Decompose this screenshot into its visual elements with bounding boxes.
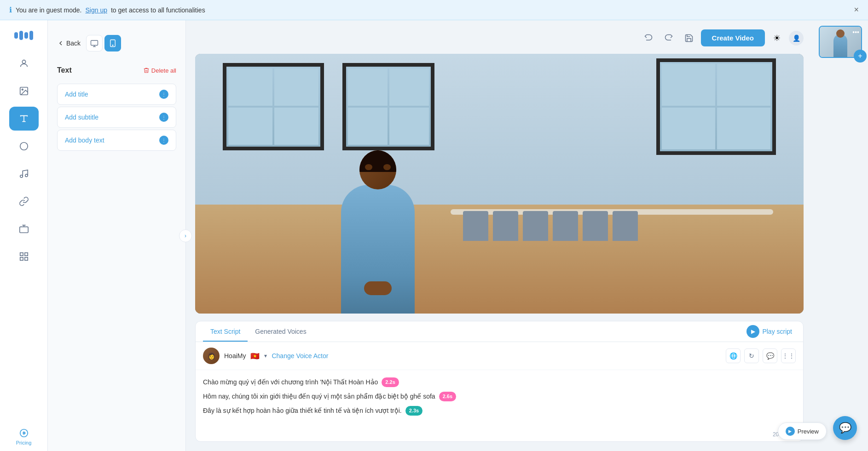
pricing-icon: [19, 428, 29, 438]
svg-point-7: [25, 174, 28, 177]
tab-generated-voices[interactable]: Generated Voices: [248, 322, 313, 342]
slides-panel: ••• +: [813, 20, 868, 451]
gallery-icon: [19, 224, 29, 234]
thumbnail-more-icon[interactable]: •••: [852, 29, 859, 36]
redo-button[interactable]: [660, 30, 677, 46]
view-toggle: [86, 35, 121, 51]
svg-rect-9: [20, 253, 23, 256]
script-line-1: Hôm nay, chúng tôi xin giới thiệu đến qu…: [203, 392, 796, 401]
slide-thumbnail-wrapper: ••• +: [819, 26, 862, 58]
window-area: [195, 54, 804, 210]
avatar-head: [359, 150, 396, 189]
character-count: 205/2000: [196, 428, 803, 441]
voice-dropdown-arrow[interactable]: ▾: [264, 353, 267, 359]
logo-dot-4: [29, 31, 33, 40]
svg-rect-12: [24, 257, 27, 260]
save-icon: [684, 34, 694, 43]
undo-button[interactable]: [640, 30, 657, 46]
svg-rect-10: [24, 253, 27, 256]
theme-toggle-button[interactable]: ☀: [769, 30, 785, 46]
globe-button[interactable]: 🌐: [726, 348, 741, 363]
sidebar-item-image[interactable]: [9, 79, 39, 103]
banner-signup-link[interactable]: Sign up: [85, 6, 107, 14]
thumbnail-avatar: [833, 34, 847, 57]
svg-rect-8: [19, 227, 28, 233]
add-subtitle-option[interactable]: Add subtitle ⋮: [57, 107, 176, 128]
music-icon: [19, 169, 29, 179]
play-script-button[interactable]: ▶ Play script: [743, 321, 796, 342]
circle-icon: [19, 141, 29, 151]
time-badge-0: 2.2s: [382, 377, 399, 387]
svg-rect-14: [91, 40, 98, 46]
sidebar-item-link[interactable]: [9, 189, 39, 213]
sidebar-item-shape[interactable]: [9, 134, 39, 158]
back-arrow-icon: [57, 40, 64, 47]
desktop-icon: [90, 39, 98, 47]
main-content: Back Text: [48, 20, 868, 451]
preview-play-icon: ▶: [786, 427, 795, 436]
option-toggle-icon-2: ⋮: [159, 136, 168, 145]
sidebar-item-person[interactable]: [9, 51, 39, 75]
more-button[interactable]: ⋮⋮: [781, 348, 796, 363]
script-tabs: Text Script Generated Voices ▶ Play scri…: [196, 321, 803, 342]
window-3: [656, 58, 776, 155]
pricing-label: Pricing: [16, 440, 32, 445]
sidebar-item-music[interactable]: [9, 162, 39, 186]
add-body-text-option[interactable]: Add body text ⋮: [57, 130, 176, 151]
add-title-option[interactable]: Add title ⋮: [57, 84, 176, 105]
text-panel-header: Text Delete all: [57, 66, 176, 74]
option-toggle-icon-1: ⋮: [159, 113, 168, 122]
info-icon: ℹ: [9, 6, 12, 14]
link-icon: [19, 196, 29, 206]
option-toggle-icon-0: ⋮: [159, 90, 168, 99]
video-canvas: [195, 54, 804, 314]
change-voice-button[interactable]: Change Voice Actor: [272, 352, 328, 360]
undo-icon: [644, 34, 653, 43]
create-video-button[interactable]: Create Video: [701, 29, 765, 46]
person-icon: [19, 58, 29, 69]
sidebar-item-text[interactable]: [9, 107, 39, 131]
grid-icon: [19, 251, 29, 262]
refresh-button[interactable]: ↻: [744, 348, 759, 363]
desktop-view-button[interactable]: [86, 35, 103, 51]
image-icon: [19, 86, 29, 96]
time-badge-1: 2.6s: [439, 392, 456, 401]
preview-button[interactable]: ▶ Preview: [778, 422, 827, 440]
main-toolbar: Create Video ☀ 👤: [195, 29, 804, 46]
add-slide-button[interactable]: +: [854, 50, 867, 63]
svg-point-18: [112, 45, 113, 46]
delete-all-button[interactable]: Delete all: [143, 67, 176, 74]
window-1: [223, 63, 324, 150]
script-area: Text Script Generated Voices ▶ Play scri…: [195, 321, 804, 442]
logo-dot-2: [19, 31, 23, 40]
avatar-hair: [359, 150, 396, 172]
logo-dot-3: [24, 32, 28, 39]
panel-collapse-toggle[interactable]: ›: [179, 229, 192, 242]
play-icon: ▶: [746, 325, 759, 338]
tab-text-script[interactable]: Text Script: [203, 322, 248, 342]
voice-action-buttons: 🌐 ↻ 💬 ⋮⋮: [726, 348, 796, 363]
close-icon[interactable]: ×: [854, 5, 859, 15]
chat-fab-button[interactable]: 💬: [833, 416, 857, 440]
sidebar-item-gallery[interactable]: [9, 217, 39, 241]
caption-button[interactable]: 💬: [763, 348, 777, 363]
sidebar-item-grid[interactable]: [9, 245, 39, 268]
guest-mode-banner: ℹ You are in guest mode. Sign up to get …: [0, 0, 868, 20]
window-2: [342, 63, 434, 150]
text-options-list: Add title ⋮ Add subtitle ⋮ Add body text…: [57, 84, 176, 151]
sidebar-item-pricing[interactable]: Pricing: [9, 428, 39, 445]
banner-suffix: to get access to all functionalities: [111, 6, 205, 14]
avatar-body: [341, 185, 415, 314]
banner-message: You are in guest mode.: [16, 6, 81, 14]
panel-toolbar: Back: [57, 29, 176, 57]
text-panel: Back Text: [48, 20, 186, 451]
account-button[interactable]: 👤: [789, 31, 804, 46]
save-button[interactable]: [681, 30, 697, 46]
tablet-view-button[interactable]: [104, 35, 121, 51]
canvas-area: Create Video ☀ 👤: [186, 20, 813, 451]
avatar-figure: [341, 150, 415, 314]
svg-point-2: [22, 89, 23, 90]
logo-dot-1: [14, 32, 18, 39]
redo-icon: [664, 34, 673, 43]
back-button[interactable]: Back: [57, 40, 81, 47]
